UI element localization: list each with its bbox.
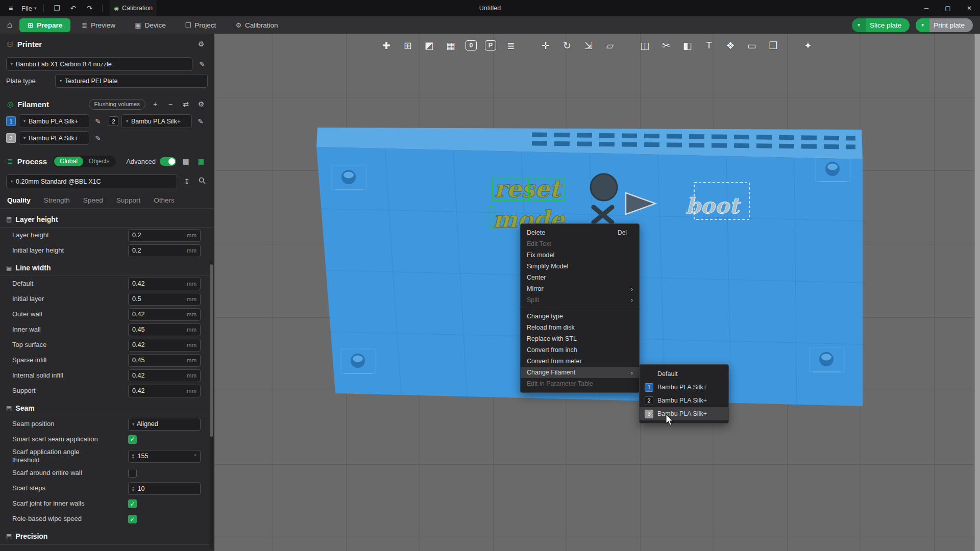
setting-input[interactable]: 0.42 mm xyxy=(128,278,201,290)
setting-checkbox[interactable]: ✓ xyxy=(128,499,137,508)
lay-on-face-icon[interactable]: ▱ xyxy=(603,39,617,52)
tab-prepare[interactable]: ⊞ Prepare xyxy=(19,18,70,32)
setting-input[interactable]: 0.42 mm xyxy=(128,369,201,382)
filament-submenu-item[interactable]: 2 Bambu PLA Silk+ xyxy=(640,394,728,407)
settings-section-header[interactable]: ▤ Precision xyxy=(0,529,214,545)
filament-submenu-item[interactable]: Default xyxy=(640,367,728,381)
process-tab[interactable]: Strength xyxy=(44,196,70,204)
viewport-3d[interactable]: reset mode boot ✚ ⊞ ◩ ▦ xyxy=(214,34,980,551)
close-button[interactable]: ✕ xyxy=(959,0,980,16)
setting-input[interactable]: 0.42 mm xyxy=(128,339,201,352)
svg-icon[interactable]: ❖ xyxy=(724,39,737,52)
filament-color-badge[interactable]: 2 xyxy=(109,116,118,126)
setting-input[interactable]: 0.42 mm xyxy=(128,385,201,397)
tab-device[interactable]: ▣ Device xyxy=(127,18,174,32)
setting-checkbox[interactable]: ✓ xyxy=(128,435,137,444)
x-symbol[interactable] xyxy=(594,207,612,222)
flushing-volumes-button[interactable]: Flushing volumes xyxy=(89,99,145,110)
context-menu-item[interactable]: Replace with STL › xyxy=(521,333,639,344)
hamburger-menu-icon[interactable]: ≡ xyxy=(5,4,16,12)
engraved-symbols[interactable] xyxy=(591,174,655,222)
context-menu-item[interactable]: Split › xyxy=(521,294,639,308)
setting-input[interactable]: 0.2 mm xyxy=(128,229,201,242)
circle-symbol[interactable] xyxy=(591,174,617,201)
filament-color-badge[interactable]: 3 xyxy=(6,133,16,143)
edit-filament-icon[interactable]: ✎ xyxy=(92,117,104,126)
setting-input[interactable]: 0.5 mm xyxy=(128,293,201,306)
home-button[interactable]: ⌂ xyxy=(0,20,19,30)
print-plate-button[interactable]: ▾ Print plate xyxy=(916,18,973,32)
context-menu-item[interactable]: Change type › xyxy=(521,311,639,322)
search-preset-icon[interactable] xyxy=(197,177,208,186)
setting-spinner[interactable]: ▴▾ 10 xyxy=(128,482,201,495)
minimize-button[interactable]: ─ xyxy=(916,0,937,16)
setting-checkbox[interactable]: ✓ xyxy=(128,515,137,523)
print-options-chevron-icon[interactable]: ▾ xyxy=(916,18,929,32)
save-icon[interactable]: ❐ xyxy=(51,4,62,12)
filament-settings-gear-icon[interactable]: ⚙ xyxy=(195,100,207,108)
mesh-boolean-icon[interactable]: ◧ xyxy=(681,39,694,52)
filament-select[interactable]: ▾ Bambu PLA Silk+ xyxy=(19,114,89,128)
parameter-list-icon[interactable]: ▤ xyxy=(180,157,191,165)
add-plate-icon[interactable]: ⊞ xyxy=(401,39,414,52)
arrange-icon[interactable]: ▦ xyxy=(444,39,457,52)
filament-color-badge[interactable]: 1 xyxy=(6,116,16,126)
printer-select[interactable]: ▾ Bambu Lab X1 Carbon 0.4 nozzle xyxy=(6,57,192,71)
context-menu-item[interactable]: Edit Text › xyxy=(521,238,639,249)
right-panel-handle[interactable] xyxy=(974,34,980,551)
scale-icon[interactable]: ⇲ xyxy=(582,39,595,52)
setting-select[interactable]: ▾ Aligned xyxy=(128,418,201,431)
parameter-table-icon[interactable]: P xyxy=(485,40,496,51)
calibration-doc-tab[interactable]: ◉ Calibration xyxy=(110,0,156,16)
assembly-icon[interactable]: ❒ xyxy=(767,39,780,52)
plate-type-select[interactable]: ▾ Textured PEI Plate xyxy=(55,74,208,88)
measure-icon[interactable]: ▭ xyxy=(745,39,758,52)
process-preset-select[interactable]: ▾ 0.20mm Standard @BBL X1C xyxy=(6,174,177,188)
remove-filament-icon[interactable]: − xyxy=(165,100,176,108)
spinner-arrows-icon[interactable]: ▴▾ xyxy=(132,453,134,459)
cut-icon[interactable]: ✂ xyxy=(659,39,673,52)
context-menu-item[interactable]: Reload from disk › xyxy=(521,322,639,333)
model-top-face[interactable] xyxy=(316,128,863,159)
setting-input[interactable]: 0.45 mm xyxy=(128,323,201,336)
context-menu-item[interactable]: Edit in Parameter Table › xyxy=(521,378,639,389)
slice-plate-button[interactable]: ▾ Slice plate xyxy=(852,18,910,32)
process-tab[interactable]: Others xyxy=(154,196,175,204)
settings-section-header[interactable]: ▤ Line width xyxy=(0,260,214,276)
rotate-icon[interactable]: ↻ xyxy=(560,39,574,52)
filament-submenu-item[interactable]: 1 Bambu PLA Silk+ xyxy=(640,381,728,394)
setting-input[interactable]: 0.2 mm xyxy=(128,244,201,257)
filament-select[interactable]: ▾ Bambu PLA Silk+ xyxy=(121,114,192,128)
spinner-arrows-icon[interactable]: ▴▾ xyxy=(132,486,134,492)
process-compare-icon[interactable]: ▦ xyxy=(195,157,207,165)
global-segment[interactable]: Global xyxy=(54,157,83,166)
save-preset-icon[interactable]: ↧ xyxy=(181,178,192,186)
context-menu-item[interactable]: Simplify Model › xyxy=(521,261,639,272)
advanced-toggle[interactable] xyxy=(160,157,176,166)
add-model-icon[interactable]: ✚ xyxy=(380,39,393,52)
context-menu-item[interactable]: Delete Del › xyxy=(521,227,639,238)
settings-section-header[interactable]: ▤ Layer height xyxy=(0,211,214,228)
settings-section-header[interactable]: ▤ Seam xyxy=(0,400,214,416)
auto-arrange-icon[interactable]: ✦ xyxy=(801,39,815,52)
context-menu-item[interactable]: Convert from inch › xyxy=(521,344,639,356)
add-filament-icon[interactable]: + xyxy=(150,100,161,108)
context-menu-item[interactable]: Fix model › xyxy=(521,249,639,261)
tab-calibration[interactable]: ⚙ Calibration xyxy=(227,18,286,32)
context-menu-item[interactable]: Change Filament › xyxy=(521,367,639,378)
filament-select[interactable]: ▾ Bambu PLA Silk+ xyxy=(19,131,89,145)
process-tab[interactable]: Speed xyxy=(83,196,103,204)
context-menu-item[interactable]: Mirror › xyxy=(521,283,639,294)
objects-segment[interactable]: Objects xyxy=(83,157,115,166)
redo-icon[interactable]: ↷ xyxy=(84,4,95,12)
undo-icon[interactable]: ↶ xyxy=(67,4,79,12)
context-menu-item[interactable]: Convert from meter › xyxy=(521,356,639,367)
text-icon[interactable]: T xyxy=(702,39,716,52)
model-text-boot[interactable]: boot xyxy=(685,193,741,218)
tab-project[interactable]: ❒ Project xyxy=(177,18,225,32)
tab-preview[interactable]: ≣ Preview xyxy=(74,18,124,32)
edit-filament-icon[interactable]: ✎ xyxy=(195,117,206,126)
object-list-icon[interactable]: ≣ xyxy=(504,39,518,52)
sidebar-scrollbar[interactable] xyxy=(210,260,213,549)
process-tab[interactable]: Support xyxy=(116,196,140,204)
